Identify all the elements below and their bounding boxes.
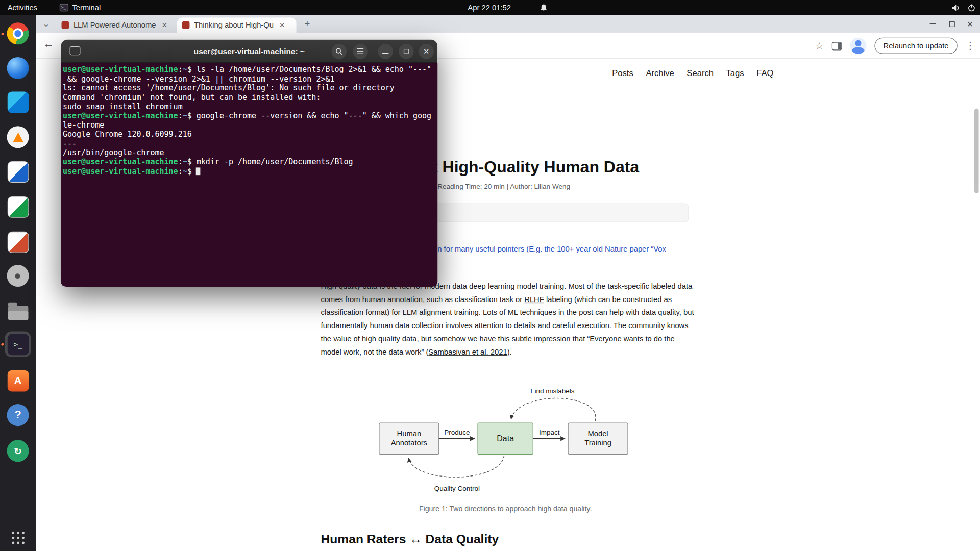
minimize-icon <box>382 53 388 54</box>
prompt-colon: : <box>178 111 183 120</box>
intro-note-link[interactable]: n for many useful pointers (E.g. the 100… <box>437 245 666 254</box>
figure-1-diagram: Find mislabels Produce Impact Quality Co… <box>352 382 666 498</box>
dock-updater-icon[interactable]: ↻ <box>5 438 31 464</box>
paragraph-text: ). <box>507 347 512 356</box>
terminal-prompt-glyph: >_ <box>13 340 22 348</box>
output-text: le-chrome <box>63 120 104 129</box>
terminal-minimize-button[interactable] <box>378 43 393 59</box>
site-favicon <box>182 21 190 29</box>
search-icon <box>335 47 343 55</box>
back-button[interactable]: ← <box>43 38 54 51</box>
terminal-close-button[interactable]: ✕ <box>419 43 434 59</box>
tab-close-icon[interactable]: ✕ <box>279 21 285 29</box>
command-text: mkdir -p /home/user/Documents/Blog <box>192 158 353 166</box>
terminal-line: user@user-virtual-machine:~$ ls -la /hom… <box>63 65 436 74</box>
impact-label: Impact <box>539 429 560 436</box>
nav-faq[interactable]: FAQ <box>756 68 773 78</box>
vscode-icon <box>7 91 29 113</box>
output-text: Google Chrome 120.0.6099.216 <box>63 130 192 139</box>
output-text: sudo snap install chromium <box>63 102 183 111</box>
terminal-line: user@user-virtual-machine:~$ <box>63 167 436 176</box>
dock-impress-icon[interactable] <box>5 229 31 255</box>
site-favicon <box>62 21 69 29</box>
window-close-button[interactable]: ✕ <box>963 17 977 30</box>
model-training-label-2: Training <box>584 439 611 447</box>
nav-posts[interactable]: Posts <box>612 68 633 78</box>
output-text: && google-chrome --version 2>&1 || chrom… <box>63 74 334 83</box>
dock-appcenter-icon[interactable]: A <box>5 368 31 393</box>
tab-llm-powered-autonomous[interactable]: LLM Powered Autonome ✕ <box>57 17 175 33</box>
human-annotators-label-1: Human <box>397 430 422 438</box>
focused-app-menu[interactable]: >_ Terminal <box>60 0 101 15</box>
command-text: google-chrome --version && echo "---" &&… <box>192 111 431 120</box>
relaunch-to-update-button[interactable]: Relaunch to update <box>874 38 957 54</box>
site-nav: Posts Archive Search Tags FAQ <box>612 68 773 78</box>
nav-search[interactable]: Search <box>687 68 714 78</box>
software-updater-icon: ↻ <box>7 440 29 462</box>
terminal-menu-button[interactable] <box>353 43 368 59</box>
output-text: Command 'chromium' not found, but can be… <box>63 93 321 102</box>
dock-vlc-icon[interactable] <box>5 124 31 150</box>
terminal-search-button[interactable] <box>331 43 347 59</box>
dock-terminal-icon[interactable]: >_ <box>5 331 31 357</box>
sambasivan-link[interactable]: Sambasivan et al. 2021 <box>428 347 507 356</box>
output-text: ls: cannot access '/home/user/Documents/… <box>63 84 395 92</box>
prompt-user: user@user-virtual-machine <box>63 167 178 176</box>
dock-help-icon[interactable]: ? <box>5 402 31 428</box>
show-applications-button[interactable] <box>5 524 31 550</box>
quality-control-arc <box>409 456 504 477</box>
power-icon[interactable] <box>967 0 975 15</box>
close-icon: ✕ <box>423 47 429 56</box>
prompt-colon: : <box>178 158 183 166</box>
window-maximize-button[interactable] <box>945 17 959 30</box>
maximize-icon <box>404 48 409 54</box>
page-scrollbar-thumb[interactable] <box>974 109 979 193</box>
dock-calc-icon[interactable] <box>5 194 31 219</box>
nav-tags[interactable]: Tags <box>726 68 744 78</box>
libreoffice-writer-icon <box>7 161 29 182</box>
dock: >_ A ? ↻ <box>0 15 36 551</box>
terminal-line: && google-chrome --version 2>&1 || chrom… <box>63 74 436 84</box>
dock-writer-icon[interactable] <box>5 159 31 184</box>
terminal-maximize-button[interactable] <box>399 43 414 59</box>
bookmark-star-icon[interactable]: ☆ <box>815 40 824 52</box>
tab-search-chevron-icon[interactable]: ⌄ <box>43 19 50 28</box>
gimp-icon <box>7 265 29 287</box>
quality-control-label: Quality Control <box>434 485 480 492</box>
terminal-body[interactable]: user@user-virtual-machine:~$ ls -la /hom… <box>61 63 437 287</box>
vlc-icon <box>7 126 29 148</box>
section-heading: Human Raters ↔ Data Quality <box>321 532 499 546</box>
terminal-line: ls: cannot access '/home/user/Documents/… <box>63 84 436 93</box>
dock-chrome-icon[interactable] <box>5 21 31 46</box>
notification-bell-icon[interactable] <box>540 0 548 15</box>
activities-button[interactable]: Activities <box>8 0 37 15</box>
volume-icon[interactable] <box>952 0 961 15</box>
data-label: Data <box>497 434 514 443</box>
nav-archive[interactable]: Archive <box>646 68 674 78</box>
prompt-colon: : <box>178 167 183 176</box>
help-icon: ? <box>7 404 29 426</box>
terminal-line: user@user-virtual-machine:~$ mkdir -p /h… <box>63 158 436 167</box>
tab-close-icon[interactable]: ✕ <box>162 21 167 29</box>
prompt-colon: : <box>178 65 183 74</box>
tab-title: LLM Powered Autonome <box>74 21 156 30</box>
clock-label: Apr 22 01:52 <box>468 3 511 12</box>
profile-avatar[interactable] <box>850 38 866 54</box>
dock-files-icon[interactable] <box>5 298 31 323</box>
clock-menu[interactable]: Apr 22 01:52 <box>468 0 511 15</box>
rlhf-link[interactable]: RLHF <box>524 295 544 304</box>
window-minimize-button[interactable] <box>926 17 940 30</box>
dock-vscode-icon[interactable] <box>5 89 31 115</box>
dock-firefox-icon[interactable] <box>5 55 31 81</box>
prompt-user: user@user-virtual-machine <box>63 158 178 166</box>
tab-thinking-about-high-quality[interactable]: Thinking about High-Qu ✕ <box>177 17 297 33</box>
figure-caption: Figure 1: Two directions to approach hig… <box>321 505 690 513</box>
model-training-label-1: Model <box>587 430 608 438</box>
browser-menu-kebab-icon[interactable]: ⋮ <box>966 40 975 52</box>
terminal-titlebar[interactable]: user@user-virtual-machine: ~ ✕ <box>61 39 437 63</box>
dock-gimp-icon[interactable] <box>5 263 31 288</box>
side-panel-icon[interactable] <box>832 42 842 50</box>
intro-paragraph: High-quality data is the fuel for modern… <box>321 280 695 359</box>
new-tab-button[interactable]: + <box>305 18 310 29</box>
desktop: Activities >_ Terminal Apr 22 01:52 <box>0 0 980 551</box>
